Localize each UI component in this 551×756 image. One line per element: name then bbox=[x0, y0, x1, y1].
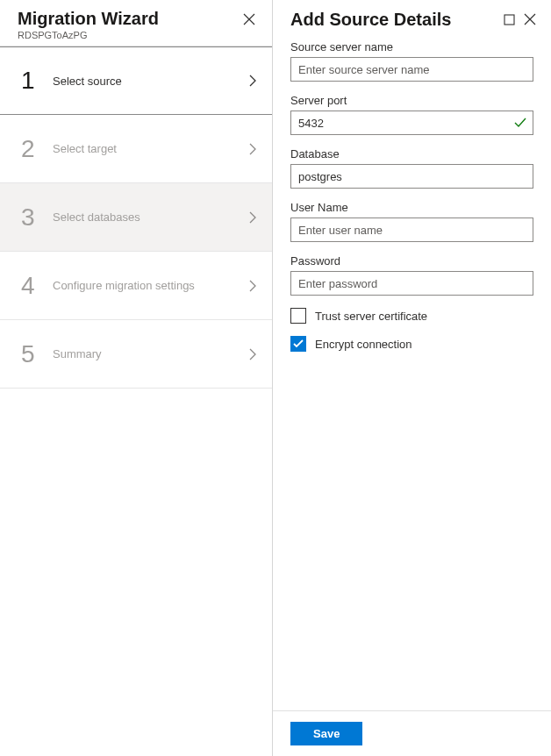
user-name-label: User Name bbox=[290, 201, 533, 214]
close-icon[interactable] bbox=[239, 9, 260, 30]
server-port-input[interactable] bbox=[290, 111, 533, 135]
chevron-right-icon bbox=[249, 211, 256, 224]
wizard-subtitle: RDSPGToAzPG bbox=[18, 30, 159, 40]
server-name-input[interactable] bbox=[290, 57, 533, 82]
password-input[interactable] bbox=[290, 271, 533, 296]
details-footer: Save bbox=[273, 710, 551, 756]
maximize-icon[interactable] bbox=[498, 9, 519, 30]
wizard-header: Migration Wizard RDSPGToAzPG bbox=[0, 0, 272, 46]
details-header: Add Source Details bbox=[273, 0, 551, 37]
encrypt-label: Encrypt connection bbox=[315, 338, 412, 351]
user-name-input[interactable] bbox=[290, 218, 533, 242]
step-label: Configure migration settings bbox=[53, 279, 235, 292]
wizard-panel: Migration Wizard RDSPGToAzPG 1 Select so… bbox=[0, 0, 273, 756]
step-configure-migration[interactable]: 4 Configure migration settings bbox=[0, 252, 272, 320]
database-label: Database bbox=[290, 147, 533, 160]
encrypt-checkbox[interactable]: Encrypt connection bbox=[290, 336, 533, 352]
close-icon[interactable] bbox=[519, 9, 540, 30]
details-title: Add Source Details bbox=[290, 10, 498, 30]
step-number: 1 bbox=[21, 67, 39, 95]
database-input[interactable] bbox=[290, 164, 533, 189]
trust-cert-checkbox[interactable]: Trust server certificate bbox=[290, 308, 533, 324]
step-select-databases[interactable]: 3 Select databases bbox=[0, 183, 272, 252]
step-label: Summary bbox=[53, 347, 235, 360]
step-select-target[interactable]: 2 Select target bbox=[0, 115, 272, 183]
step-number: 4 bbox=[21, 272, 39, 300]
wizard-title: Migration Wizard bbox=[18, 9, 159, 29]
step-summary[interactable]: 5 Summary bbox=[0, 320, 272, 389]
password-label: Password bbox=[290, 254, 533, 267]
chevron-right-icon bbox=[249, 75, 256, 87]
chevron-right-icon bbox=[249, 143, 256, 155]
checkbox-box bbox=[290, 308, 306, 324]
trust-cert-label: Trust server certificate bbox=[315, 310, 427, 323]
svg-rect-0 bbox=[504, 15, 514, 25]
step-number: 3 bbox=[21, 203, 39, 232]
details-form: Source server name Server port Database bbox=[273, 37, 551, 710]
details-panel: Add Source Details Source server name Se… bbox=[273, 0, 551, 756]
save-button[interactable]: Save bbox=[290, 722, 362, 745]
step-number: 2 bbox=[21, 135, 39, 163]
chevron-right-icon bbox=[249, 280, 256, 292]
checkbox-box bbox=[290, 336, 306, 352]
step-number: 5 bbox=[21, 340, 39, 368]
step-label: Select source bbox=[53, 75, 235, 88]
step-label: Select target bbox=[53, 142, 235, 155]
step-label: Select databases bbox=[53, 210, 235, 224]
server-port-label: Server port bbox=[290, 94, 533, 107]
chevron-right-icon bbox=[249, 348, 256, 360]
server-name-label: Source server name bbox=[290, 40, 533, 53]
step-select-source[interactable]: 1 Select source bbox=[0, 46, 272, 115]
